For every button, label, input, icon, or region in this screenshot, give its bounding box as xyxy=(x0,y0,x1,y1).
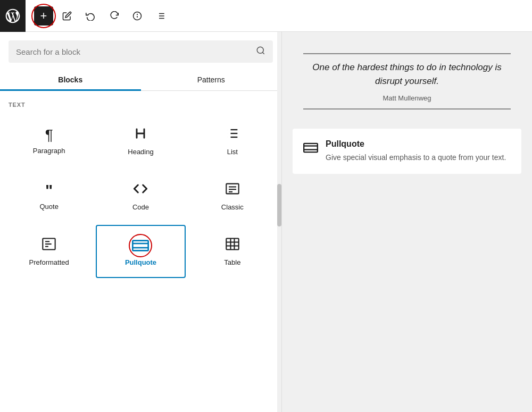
classic-label: Classic xyxy=(221,203,244,211)
edit-button[interactable] xyxy=(57,6,77,26)
block-item-code[interactable]: Code xyxy=(96,170,185,223)
block-item-classic[interactable]: Classic xyxy=(188,170,277,223)
pullquote-card-icon xyxy=(303,140,318,158)
list-label: List xyxy=(227,148,238,156)
search-input[interactable] xyxy=(16,47,252,56)
pullquote-selected-wrapper xyxy=(132,237,149,254)
block-item-preformatted[interactable]: Preformatted xyxy=(4,225,94,278)
svg-rect-33 xyxy=(304,144,318,152)
search-icon[interactable] xyxy=(256,46,265,57)
toolbar: + xyxy=(0,0,532,32)
classic-icon xyxy=(225,181,240,199)
list-view-button[interactable] xyxy=(151,6,170,26)
info-button[interactable] xyxy=(128,6,147,26)
paragraph-label: Paragraph xyxy=(33,147,65,155)
pullquote-card-title: Pullquote xyxy=(326,139,506,149)
tabs: Blocks Patterns xyxy=(0,69,281,91)
scrollbar-thumb[interactable] xyxy=(277,184,281,226)
quote-icon: " xyxy=(45,182,53,198)
code-icon xyxy=(133,181,148,199)
svg-point-9 xyxy=(257,47,263,53)
tab-patterns[interactable]: Patterns xyxy=(141,69,282,90)
search-area xyxy=(0,32,281,69)
pullquote-info-card: Pullquote Give special visual emphasis t… xyxy=(293,129,521,174)
search-box xyxy=(9,40,273,63)
svg-rect-28 xyxy=(226,239,238,250)
pullquote-label: Pullquote xyxy=(125,258,156,266)
block-item-list[interactable]: List xyxy=(188,114,277,167)
preview-top-line xyxy=(303,53,511,54)
info-icon xyxy=(132,11,142,21)
redo-icon xyxy=(109,11,119,21)
right-panel: One of the hardest things to do in techn… xyxy=(282,32,532,412)
add-block-button[interactable]: + xyxy=(34,6,53,26)
code-label: Code xyxy=(132,203,149,211)
block-item-quote[interactable]: " Quote xyxy=(4,170,94,223)
block-item-heading[interactable]: Heading xyxy=(96,114,185,167)
scrollbar-track xyxy=(277,32,281,412)
add-block-button-wrapper[interactable]: + xyxy=(34,6,53,26)
section-label-text: TEXT xyxy=(4,99,277,114)
block-item-table[interactable]: Table xyxy=(188,225,277,278)
undo-icon xyxy=(86,11,95,21)
list-view-icon xyxy=(156,11,165,21)
pullquote-card-text: Pullquote Give special visual emphasis t… xyxy=(326,139,506,163)
preview-quote-text: One of the hardest things to do in techn… xyxy=(303,61,511,88)
heading-label: Heading xyxy=(128,148,153,156)
tab-blocks[interactable]: Blocks xyxy=(0,69,141,90)
list-icon xyxy=(225,126,240,144)
blocks-area: TEXT ¶ Paragraph Heading xyxy=(0,91,281,412)
preformatted-icon xyxy=(41,237,56,254)
wordpress-logo-icon xyxy=(4,7,21,24)
svg-rect-25 xyxy=(133,240,148,250)
wp-logo xyxy=(0,0,26,32)
block-item-pullquote[interactable]: Pullquote xyxy=(96,225,185,278)
paragraph-icon: ¶ xyxy=(45,128,53,142)
table-label: Table xyxy=(224,258,240,266)
preview-attribution: Matt Mullenweg xyxy=(303,94,511,102)
pullquote-card-description: Give special visual emphasis to a quote … xyxy=(326,152,506,163)
preformatted-label: Preformatted xyxy=(29,258,69,266)
undo-button[interactable] xyxy=(81,6,100,26)
quote-label: Quote xyxy=(39,203,58,211)
pullquote-icon xyxy=(132,237,149,254)
edit-icon xyxy=(62,11,72,21)
preview-bottom-line xyxy=(303,108,511,110)
svg-line-10 xyxy=(262,52,264,54)
left-panel: Blocks Patterns TEXT ¶ Paragraph xyxy=(0,32,282,412)
block-item-paragraph[interactable]: ¶ Paragraph xyxy=(4,114,94,167)
redo-button[interactable] xyxy=(104,6,123,26)
main-layout: Blocks Patterns TEXT ¶ Paragraph xyxy=(0,32,532,412)
blocks-grid: ¶ Paragraph Heading xyxy=(4,114,277,278)
table-icon xyxy=(225,237,240,254)
quote-preview: One of the hardest things to do in techn… xyxy=(293,43,521,120)
heading-icon xyxy=(133,126,148,144)
